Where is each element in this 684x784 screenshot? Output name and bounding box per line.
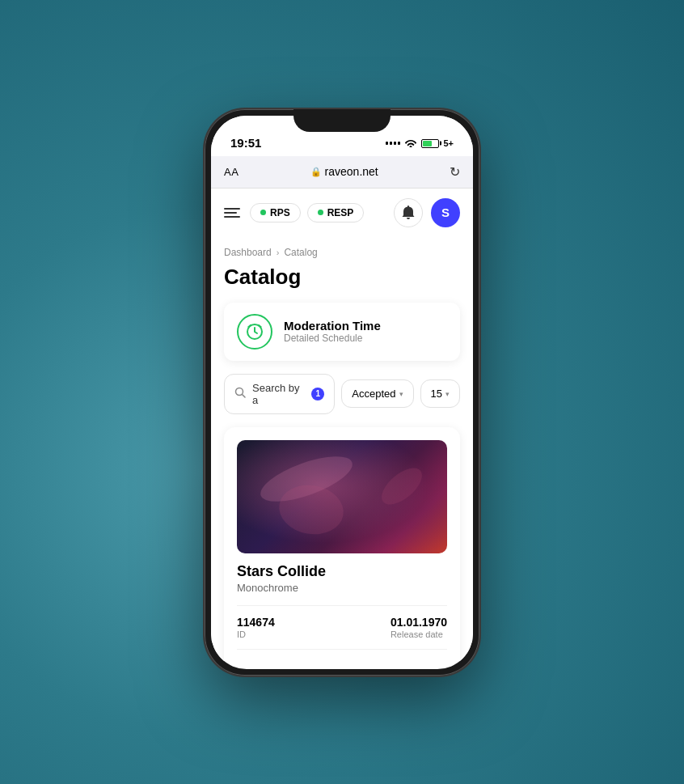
status-icons: 5+ — [386, 138, 454, 150]
moderation-icon — [237, 314, 272, 350]
search-badge: 1 — [311, 388, 324, 400]
count-filter-label: 15 — [431, 388, 442, 400]
top-nav: RPS RESP — [211, 189, 473, 237]
status-filter[interactable]: Accepted ▾ — [341, 379, 413, 408]
chevron-down-icon-2: ▾ — [445, 390, 450, 398]
battery-label: 5+ — [443, 138, 454, 148]
notch — [293, 109, 391, 132]
moderation-card[interactable]: Moderation Time Detailed Schedule — [224, 303, 460, 361]
product-release: 01.01.1970 Release date — [391, 616, 447, 639]
rps-label: RPS — [270, 207, 290, 218]
moderation-text: Moderation Time Detailed Schedule — [284, 319, 381, 344]
search-box[interactable]: Search by a 1 — [224, 374, 335, 414]
breadcrumb: Dashboard › Catalog — [224, 247, 460, 258]
clock-icon — [245, 322, 264, 341]
product-genre-item: Acid Jazz Genre — [237, 659, 289, 661]
product-release-label: Release date — [391, 629, 447, 639]
rps-dot — [260, 210, 266, 215]
product-name: Stars Collide — [237, 563, 447, 580]
bell-icon — [402, 206, 415, 220]
browser-bar[interactable]: AA 🔒 raveon.net ↻ — [211, 156, 473, 189]
reload-button[interactable]: ↻ — [450, 164, 460, 180]
product-image — [237, 440, 447, 553]
screen: 19:51 5+ — [211, 116, 473, 669]
battery-icon — [421, 139, 439, 148]
nav-icons: S — [394, 198, 460, 227]
product-id: 114674 ID — [237, 616, 275, 639]
url-text: raveon.net — [325, 165, 378, 178]
search-icon — [234, 387, 246, 400]
menu-button[interactable] — [224, 208, 240, 218]
resp-dot — [318, 210, 323, 215]
page-title: Catalog — [224, 265, 460, 290]
notification-button[interactable] — [394, 198, 423, 227]
product-card[interactable]: Stars Collide Monochrome 114674 ID 01.01… — [224, 427, 460, 661]
signal-icon — [386, 142, 400, 145]
lock-icon: 🔒 — [310, 167, 322, 177]
product-language-value: N/A — [407, 659, 447, 661]
status-time: 19:51 — [230, 136, 261, 150]
divider-1 — [237, 605, 447, 606]
chevron-down-icon: ▾ — [399, 390, 403, 398]
divider-2 — [237, 649, 447, 650]
page-content: Dashboard › Catalog Catalog — [211, 237, 473, 661]
product-id-value: 114674 — [237, 616, 275, 629]
phone-frame: 19:51 5+ — [205, 109, 479, 676]
count-filter[interactable]: 15 ▾ — [420, 379, 460, 408]
breadcrumb-separator: › — [277, 248, 280, 257]
app-content: RPS RESP — [211, 189, 473, 661]
browser-url: 🔒 raveon.net — [310, 165, 378, 178]
product-id-label: ID — [237, 629, 275, 639]
resp-label: RESP — [327, 207, 354, 218]
product-style: Monochrome — [237, 582, 447, 594]
browser-aa[interactable]: AA — [224, 166, 239, 178]
scene: 19:51 5+ — [0, 0, 684, 784]
filter-row: Search by a 1 Accepted ▾ 15 ▾ — [224, 374, 460, 414]
product-language: N/A Language — [407, 659, 447, 661]
product-release-value: 01.01.1970 — [391, 616, 447, 629]
product-meta-row-2: Acid Jazz Genre N/A Language — [237, 659, 447, 661]
moderation-subtitle: Detailed Schedule — [284, 333, 381, 344]
breadcrumb-home[interactable]: Dashboard — [224, 247, 272, 258]
breadcrumb-current: Catalog — [284, 247, 317, 258]
resp-pill[interactable]: RESP — [307, 203, 365, 222]
search-text: Search by a — [252, 382, 305, 406]
moderation-title: Moderation Time — [284, 319, 381, 333]
product-meta-row-1: 114674 ID 01.01.1970 Release date — [237, 616, 447, 639]
product-genre-value: Acid Jazz — [237, 659, 289, 661]
wifi-icon — [404, 138, 417, 150]
rps-pill[interactable]: RPS — [250, 203, 301, 222]
status-pills: RPS RESP — [250, 203, 384, 222]
status-filter-label: Accepted — [352, 388, 395, 400]
user-avatar[interactable]: S — [431, 198, 460, 227]
svg-line-2 — [243, 395, 246, 398]
